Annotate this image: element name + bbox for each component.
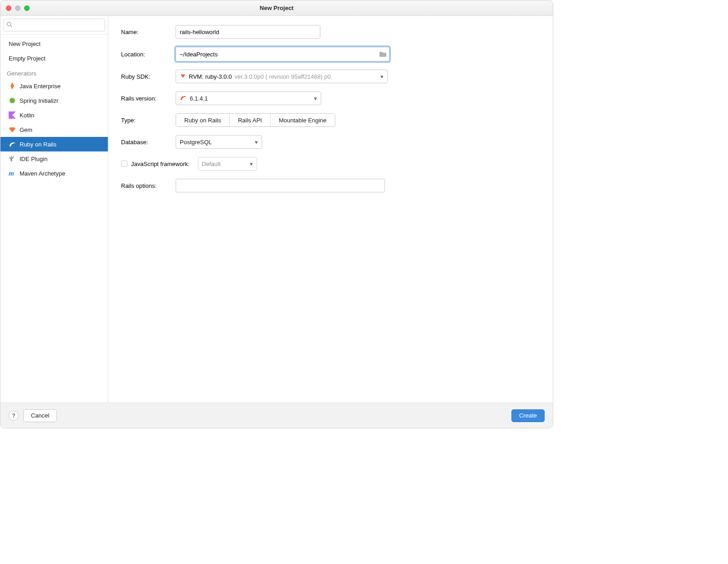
search-icon — [6, 21, 13, 29]
sidebar-item-label: Ruby on Rails — [20, 141, 56, 148]
folder-browse-icon[interactable] — [377, 51, 389, 57]
kotlin-icon — [9, 111, 16, 119]
ruby-diamond-icon — [180, 73, 186, 81]
location-label: Location: — [121, 51, 176, 58]
type-option-rails-api[interactable]: Rails API — [230, 114, 271, 126]
rails-options-label: Rails options: — [121, 182, 176, 189]
name-input[interactable] — [176, 25, 320, 39]
sidebar-search[interactable] — [3, 19, 105, 31]
sidebar-item-ide-plugin[interactable]: IDE Plugin — [0, 151, 108, 166]
ruby-sdk-meta-text: ver.3.0.0p0 ( revision 95aff21468) p0 — [234, 73, 331, 80]
type-option-mountable-engine[interactable]: Mountable Engine — [271, 114, 335, 126]
maven-icon: m — [9, 170, 16, 177]
js-framework-combo: Default ▾ — [198, 157, 257, 171]
sidebar: New Project Empty Project Generators Jav… — [0, 16, 108, 403]
row-js-framework: JavaScript framework: Default ▾ — [121, 157, 540, 171]
sidebar-item-label: IDE Plugin — [20, 156, 47, 162]
sidebar-search-wrap — [0, 16, 108, 35]
spring-icon — [9, 97, 16, 104]
sidebar-item-ruby-on-rails[interactable]: Ruby on Rails — [0, 137, 108, 151]
row-ruby-sdk: Ruby SDK: RVM: ruby-3.0.0 ver.3.0.0p0 ( … — [121, 70, 540, 83]
js-framework-label: JavaScript framework: — [131, 161, 190, 167]
rails-version-value: 6.1.4.1 — [190, 95, 208, 102]
help-button[interactable]: ? — [9, 411, 19, 421]
sidebar-item-label: Empty Project — [9, 55, 46, 62]
new-project-window: New Project New Project Empty Project G — [0, 0, 553, 428]
type-label: Type: — [121, 117, 176, 124]
type-option-ruby-on-rails[interactable]: Ruby on Rails — [176, 114, 230, 126]
cancel-button[interactable]: Cancel — [23, 409, 57, 422]
rails-version-combo[interactable]: 6.1.4.1 ▾ — [176, 91, 321, 105]
row-name: Name: — [121, 25, 540, 39]
row-type: Type: Ruby on Rails Rails API Mountable … — [121, 113, 540, 127]
sidebar-section-generators: Generators — [0, 65, 108, 79]
sidebar-item-empty-project[interactable]: Empty Project — [0, 51, 108, 65]
database-label: Database: — [121, 139, 176, 146]
sidebar-item-maven-archetype[interactable]: m Maven Archetype — [0, 166, 108, 181]
svg-text:m: m — [9, 170, 14, 177]
titlebar: New Project — [0, 0, 553, 16]
form-panel: Name: Location: Ruby SDK: — [108, 16, 553, 403]
sidebar-search-input[interactable] — [15, 22, 102, 29]
ruby-sdk-combo[interactable]: RVM: ruby-3.0.0 ver.3.0.0p0 ( revision 9… — [176, 70, 388, 83]
sidebar-item-label: Gem — [20, 126, 32, 133]
chevron-down-icon: ▾ — [380, 73, 384, 80]
row-rails-options: Rails options: — [121, 179, 540, 192]
database-combo[interactable]: PostgreSQL ▾ — [176, 135, 262, 149]
sidebar-item-label: Kotlin — [20, 112, 35, 119]
chevron-down-icon: ▾ — [250, 161, 253, 167]
sidebar-item-kotlin[interactable]: Kotlin — [0, 108, 108, 122]
location-input[interactable] — [176, 47, 377, 61]
window-title: New Project — [0, 5, 553, 11]
rails-logo-icon — [180, 94, 187, 103]
chevron-down-icon: ▾ — [314, 95, 317, 102]
rails-version-label: Rails version: — [121, 95, 176, 102]
svg-point-0 — [10, 98, 15, 103]
type-segmented-control: Ruby on Rails Rails API Mountable Engine — [176, 113, 335, 127]
sidebar-item-label: Spring Initializr — [20, 97, 58, 104]
dialog-body: New Project Empty Project Generators Jav… — [0, 16, 553, 403]
gem-icon — [9, 126, 16, 133]
ruby-sdk-main-text: RVM: ruby-3.0.0 — [189, 73, 232, 80]
sidebar-item-spring[interactable]: Spring Initializr — [0, 93, 108, 108]
rails-icon — [9, 141, 16, 148]
rails-options-input[interactable] — [176, 179, 385, 192]
java-enterprise-icon — [9, 82, 16, 90]
dialog-footer: ? Cancel Create — [0, 403, 553, 428]
location-field[interactable] — [176, 47, 389, 61]
sidebar-item-label: Java Enterprise — [20, 83, 61, 90]
sidebar-item-gem[interactable]: Gem — [0, 122, 108, 137]
js-framework-value: Default — [202, 161, 221, 167]
plugin-icon — [9, 155, 16, 162]
sidebar-item-java-enterprise[interactable]: Java Enterprise — [0, 79, 108, 93]
row-rails-version: Rails version: 6.1.4.1 ▾ — [121, 91, 540, 105]
ruby-sdk-label: Ruby SDK: — [121, 73, 176, 80]
row-location: Location: — [121, 47, 540, 61]
create-button[interactable]: Create — [511, 409, 545, 422]
name-label: Name: — [121, 29, 176, 35]
sidebar-list: New Project Empty Project Generators Jav… — [0, 35, 108, 181]
sidebar-item-label: New Project — [9, 40, 40, 47]
sidebar-item-label: Maven Archetype — [20, 170, 65, 177]
database-value: PostgreSQL — [180, 139, 212, 146]
chevron-down-icon: ▾ — [255, 139, 258, 146]
row-database: Database: PostgreSQL ▾ — [121, 135, 540, 149]
sidebar-item-new-project[interactable]: New Project — [0, 36, 108, 51]
js-framework-checkbox[interactable] — [121, 161, 127, 167]
